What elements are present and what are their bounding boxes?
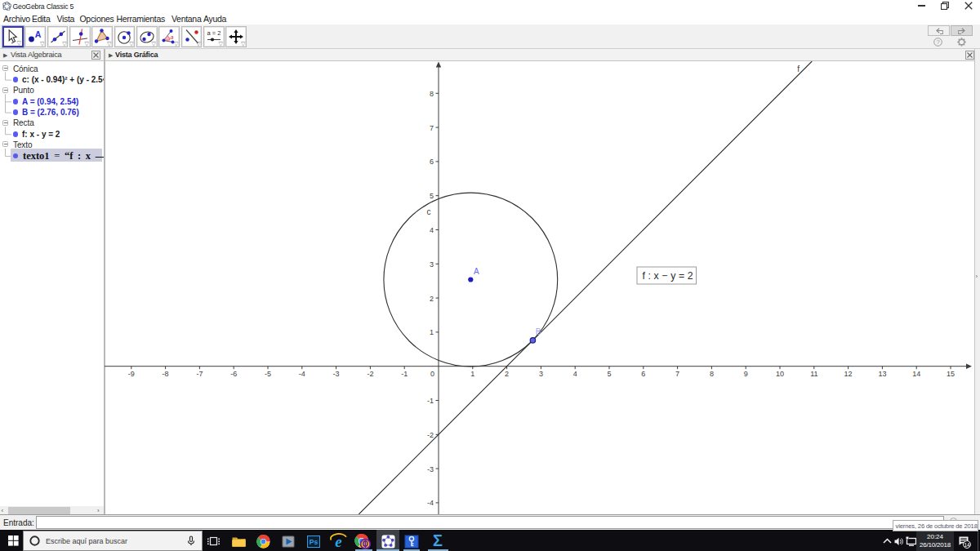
svg-text:4: 4 xyxy=(430,226,434,234)
svg-text:c: c xyxy=(427,207,431,216)
svg-text:-2: -2 xyxy=(427,431,434,439)
svg-text:-8: -8 xyxy=(163,370,169,378)
svg-text:f: f xyxy=(797,64,800,73)
svg-text:11: 11 xyxy=(810,370,817,378)
svg-text:-3: -3 xyxy=(333,370,340,378)
svg-text:5: 5 xyxy=(430,192,434,200)
svg-text:4: 4 xyxy=(573,370,577,378)
svg-text:f : x − y = 2: f : x − y = 2 xyxy=(643,270,693,282)
svg-text:6: 6 xyxy=(641,370,645,378)
svg-text:-4: -4 xyxy=(427,499,434,507)
svg-text:10: 10 xyxy=(776,370,784,378)
svg-text:7: 7 xyxy=(430,124,434,132)
svg-text:A: A xyxy=(35,29,42,39)
svg-text:2: 2 xyxy=(430,295,434,303)
svg-text:15: 15 xyxy=(947,370,955,378)
svg-text:-1: -1 xyxy=(401,370,408,378)
svg-text:-4: -4 xyxy=(299,370,305,378)
svg-text:a = 2: a = 2 xyxy=(207,29,221,37)
svg-text:3: 3 xyxy=(430,260,434,269)
svg-text:e: e xyxy=(335,533,342,549)
svg-text:12: 12 xyxy=(844,370,853,378)
svg-text:7: 7 xyxy=(675,370,679,378)
svg-text:A: A xyxy=(474,267,479,276)
svg-text:6: 6 xyxy=(430,158,434,166)
svg-text:0: 0 xyxy=(430,370,434,378)
svg-text:-6: -6 xyxy=(230,370,237,378)
svg-text:-5: -5 xyxy=(265,370,271,378)
svg-text:9: 9 xyxy=(744,370,748,378)
svg-text:a: a xyxy=(171,34,174,40)
svg-text:-1: -1 xyxy=(427,397,434,405)
svg-text:14: 14 xyxy=(912,370,920,378)
svg-text:-2: -2 xyxy=(367,370,373,378)
svg-text:3: 3 xyxy=(539,370,543,378)
svg-text:?: ? xyxy=(936,38,939,46)
svg-text:13: 13 xyxy=(878,370,886,378)
svg-text:-3: -3 xyxy=(427,465,434,473)
svg-text:2: 2 xyxy=(505,370,509,378)
svg-text:5: 5 xyxy=(607,370,611,378)
svg-text:8: 8 xyxy=(710,370,714,378)
svg-text:1: 1 xyxy=(430,328,434,336)
svg-text:-7: -7 xyxy=(196,370,203,378)
svg-text:1: 1 xyxy=(470,370,474,378)
svg-text:Ps: Ps xyxy=(310,538,318,546)
svg-text:-9: -9 xyxy=(128,370,135,378)
svg-text:8: 8 xyxy=(430,90,434,98)
svg-text:B: B xyxy=(536,327,541,336)
